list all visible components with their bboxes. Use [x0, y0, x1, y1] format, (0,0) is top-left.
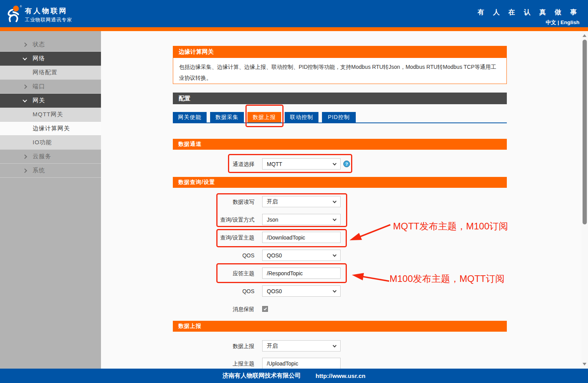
retain-label: 消息保留 — [173, 306, 254, 312]
chevron-right-icon — [23, 43, 30, 46]
top-header-bar: ® 有人物联网 工业物联网通讯专家 有 人 在 认 真 做 事 中文 | Eng… — [0, 0, 588, 27]
brand-title: 有人物联网 — [25, 6, 68, 16]
footer-company: 济南有人物联网技术有限公司 — [223, 372, 301, 380]
sidebar-item-label: 端口 — [33, 83, 45, 90]
sidebar-item-label: 边缘计算网关 — [33, 125, 70, 132]
qos1-label: QOS — [173, 252, 254, 259]
sidebar-item-label: IO功能 — [33, 139, 52, 146]
scrollbar-down-arrow-icon[interactable] — [583, 363, 586, 366]
query-topic-label: 查询/设置主题 — [173, 234, 254, 241]
scrollbar-thumb[interactable] — [583, 40, 587, 224]
sidebar-item-system[interactable]: 系统 — [0, 164, 101, 178]
channel-select-value: MQTT — [267, 161, 282, 167]
footer-bar: 济南有人物联网技术有限公司 http://www.usr.cn — [0, 369, 588, 383]
query-mode-label: 查询/设置方式 — [173, 217, 254, 223]
brand-subtitle: 工业物联网通讯专家 — [25, 17, 72, 23]
sidebar-item-status[interactable]: 状态 — [0, 38, 101, 52]
sidebar-item-gateway[interactable]: 网关 — [0, 94, 101, 108]
section-header-query-set: 数据查询/设置 — [173, 177, 507, 188]
qos1-select[interactable]: QOS0 — [262, 250, 341, 261]
sidebar-item-port[interactable]: 端口 — [0, 80, 101, 94]
section-header-data-channel: 数据通道 — [173, 139, 507, 150]
upload-topic-input[interactable] — [262, 358, 341, 369]
tab-linkage-control[interactable]: 联动控制 — [285, 112, 318, 122]
sidebar-menu: 状态 网络 网络配置 端口 网关 MQTT网关 边缘计算网关 — [0, 38, 101, 178]
sidebar: 状态 网络 网络配置 端口 网关 MQTT网关 边缘计算网关 — [0, 31, 101, 369]
config-section-header: 配置 — [173, 93, 507, 104]
sidebar-item-network-config[interactable]: 网络配置 — [0, 66, 101, 80]
report-enable-label: 数据上报 — [173, 343, 254, 349]
tab-data-collection[interactable]: 数据采集 — [210, 112, 244, 122]
header-slogan: 有 人 在 认 真 做 事 — [478, 8, 580, 17]
tab-gateway-enable[interactable]: 网关使能 — [173, 112, 207, 122]
sidebar-item-mqtt-gateway[interactable]: MQTT网关 — [0, 108, 101, 122]
scrollbar-up-arrow-icon[interactable] — [583, 34, 586, 37]
query-topic-input[interactable] — [262, 232, 341, 243]
sidebar-item-label: MQTT网关 — [33, 111, 63, 118]
svg-text:®: ® — [20, 5, 22, 8]
page-title: 边缘计算网关 — [173, 46, 507, 58]
footer-url-link[interactable]: http://www.usr.cn — [315, 373, 365, 380]
qos2-select[interactable]: QOS0 — [262, 285, 341, 297]
app-window: ® 有人物联网 工业物联网通讯专家 有 人 在 认 真 做 事 中文 | Eng… — [0, 0, 588, 383]
tab-data-report[interactable]: 数据上报 — [247, 112, 281, 122]
select-chevron-icon — [333, 217, 337, 221]
query-mode-select[interactable]: Json — [262, 214, 341, 225]
tab-underline — [173, 122, 507, 123]
vertical-scrollbar[interactable] — [581, 31, 588, 369]
sidebar-item-label: 云服务 — [33, 153, 51, 160]
channel-select-label: 通道选择 — [173, 161, 254, 167]
chevron-right-icon — [23, 169, 30, 172]
help-icon[interactable]: ? — [343, 161, 350, 167]
lang-zh-link[interactable]: 中文 — [546, 19, 556, 25]
chevron-down-icon — [23, 57, 30, 60]
channel-select[interactable]: MQTT — [262, 158, 341, 170]
query-mode-select-value: Json — [267, 217, 278, 223]
chevron-down-icon — [23, 99, 30, 102]
lang-en-link[interactable]: English — [560, 19, 579, 25]
checkmark-icon — [263, 307, 266, 310]
qos1-select-value: QOS0 — [267, 252, 282, 259]
select-chevron-icon — [333, 253, 337, 257]
language-switcher: 中文 | English — [546, 19, 579, 26]
sidebar-item-label: 网络 — [33, 55, 45, 62]
chevron-right-icon — [23, 155, 30, 158]
select-chevron-icon — [333, 289, 337, 293]
data-rw-select-value: 开启 — [267, 198, 278, 205]
report-enable-select[interactable]: 开启 — [262, 340, 341, 352]
sidebar-item-network[interactable]: 网络 — [0, 52, 101, 66]
upload-topic-label: 上报主题 — [173, 360, 254, 367]
chevron-right-icon — [23, 85, 30, 88]
select-chevron-icon — [333, 162, 337, 166]
sidebar-item-label: 状态 — [33, 41, 45, 48]
sidebar-item-edge-gateway[interactable]: 边缘计算网关 — [0, 122, 101, 136]
qos2-select-value: QOS0 — [267, 288, 282, 294]
sidebar-item-label: 网关 — [33, 97, 45, 104]
retain-checkbox[interactable] — [262, 306, 268, 312]
respond-topic-input[interactable] — [262, 268, 341, 279]
report-enable-select-value: 开启 — [267, 343, 278, 350]
select-chevron-icon — [333, 199, 337, 203]
tab-pid-control[interactable]: PID控制 — [322, 112, 356, 122]
qos2-label: QOS — [173, 288, 254, 294]
header-accent-strip — [0, 27, 588, 31]
data-rw-label: 数据读写 — [173, 199, 254, 205]
select-chevron-icon — [333, 344, 337, 348]
sidebar-item-cloud-service[interactable]: 云服务 — [0, 150, 101, 164]
respond-topic-label: 应答主题 — [173, 270, 254, 276]
section-header-data-report: 数据上报 — [173, 321, 507, 332]
data-rw-select[interactable]: 开启 — [262, 196, 341, 207]
lang-divider: | — [558, 19, 559, 25]
sidebar-item-label: 系统 — [33, 167, 45, 174]
sidebar-item-io-function[interactable]: IO功能 — [0, 136, 101, 150]
sidebar-item-label: 网络配置 — [33, 69, 57, 76]
brand-logo-icon: ® — [5, 4, 23, 23]
page-description: 包括边缘采集、边缘计算、边缘上报、联动控制、PID控制等功能，支持Modbus … — [173, 58, 507, 84]
